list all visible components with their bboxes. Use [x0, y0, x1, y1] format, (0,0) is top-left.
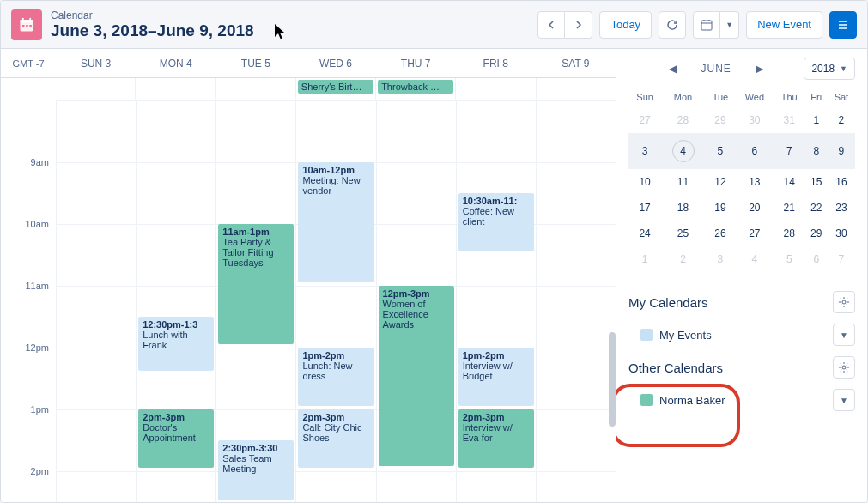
calendar-item-menu-button[interactable]: ▼ [833, 324, 855, 346]
mini-day[interactable]: 2 [828, 107, 855, 133]
mini-day[interactable]: 25 [661, 221, 705, 246]
mini-day[interactable]: 22 [805, 195, 828, 221]
mini-day[interactable]: 24 [628, 221, 661, 246]
calendar-event[interactable]: 1pm-2pmInterview w/ Bridget [458, 348, 534, 406]
allday-event[interactable]: Sherry's Birt… [298, 80, 373, 94]
allday-cell[interactable] [215, 78, 295, 100]
calendar-event[interactable]: 1pm-2pmLunch: New dress [298, 348, 373, 406]
mini-day[interactable]: 30 [736, 107, 774, 133]
day-column[interactable]: 10am-12pmMeeting: New vendor1pm-2pmLunch… [295, 100, 375, 503]
mini-day[interactable]: 6 [805, 246, 828, 272]
mini-day[interactable]: 8 [805, 133, 828, 169]
allday-event[interactable]: Throwback … [378, 80, 453, 94]
side-panel-toggle-button[interactable] [829, 11, 857, 39]
allday-cell[interactable]: Throwback … [375, 78, 455, 100]
mini-day[interactable]: 28 [774, 221, 805, 246]
calendar-event[interactable]: 10am-12pmMeeting: New vendor [298, 162, 373, 282]
refresh-button[interactable] [659, 11, 686, 39]
mini-day[interactable]: 9 [828, 133, 855, 169]
mini-day[interactable]: 2 [661, 246, 705, 272]
mini-day[interactable]: 1 [805, 107, 828, 133]
mini-day[interactable]: 27 [628, 107, 661, 133]
mini-prev-button[interactable]: ◀ [665, 59, 681, 78]
mini-day[interactable]: 31 [774, 107, 805, 133]
calendar-grid[interactable]: 9am10am11am12pm1pm2pm3pm 12:30pm-1:3Lunc… [1, 100, 616, 503]
mini-day[interactable]: 11 [661, 169, 705, 195]
scrollbar[interactable] [609, 332, 616, 427]
other-calendars-settings-button[interactable] [833, 356, 855, 379]
view-button[interactable] [693, 11, 720, 39]
prev-button[interactable] [537, 11, 565, 39]
mini-day[interactable]: 21 [774, 195, 805, 221]
calendar-event[interactable]: 2pm-3pmDoctor's Appointment [138, 409, 214, 468]
mini-day[interactable]: 14 [774, 169, 805, 195]
new-event-button[interactable]: New Event [746, 11, 822, 39]
day-column[interactable] [536, 100, 616, 503]
mini-day[interactable]: 28 [661, 107, 705, 133]
allday-cell[interactable] [135, 78, 215, 100]
mini-day[interactable]: 4 [661, 133, 705, 169]
mini-day[interactable]: 4 [736, 246, 774, 272]
mini-next-button[interactable]: ▶ [752, 59, 768, 78]
day-column[interactable]: 12:30pm-1:3Lunch with Frank2pm-3pmDoctor… [136, 100, 215, 503]
mini-day[interactable]: 1 [628, 246, 661, 272]
mini-day[interactable]: 29 [805, 221, 828, 246]
mini-day[interactable]: 3 [628, 133, 661, 169]
mini-day[interactable]: 17 [628, 195, 661, 221]
allday-cell[interactable]: Sherry's Birt… [295, 78, 375, 100]
mini-day[interactable]: 29 [705, 107, 736, 133]
allday-cell[interactable] [536, 78, 616, 100]
today-button[interactable]: Today [599, 11, 652, 39]
mini-day[interactable]: 19 [705, 195, 736, 221]
calendar-event[interactable]: 11am-1pmTea Party & Tailor Fitting Tuesd… [218, 224, 294, 344]
mini-day[interactable]: 10 [628, 169, 661, 195]
allday-cell[interactable] [455, 78, 535, 100]
day-header[interactable]: SUN 3 [56, 58, 136, 70]
calendar-event[interactable]: 12:30pm-1:3Lunch with Frank [138, 317, 214, 371]
mini-day[interactable]: 6 [736, 133, 774, 169]
mini-day[interactable]: 15 [805, 169, 828, 195]
mini-day[interactable]: 18 [661, 195, 705, 221]
day-header[interactable]: THU 7 [376, 58, 456, 70]
chevron-down-icon: ▼ [840, 64, 847, 73]
day-column[interactable]: 11am-1pmTea Party & Tailor Fitting Tuesd… [215, 100, 295, 503]
calendar-item-menu-button[interactable]: ▼ [833, 389, 855, 411]
calendar-event[interactable]: 10:30am-11:Coffee: New client [458, 193, 534, 252]
calendar-item-my-events[interactable]: My Events ▼ [628, 318, 855, 351]
view-dropdown-button[interactable]: ▼ [720, 11, 739, 39]
mini-calendar[interactable]: SunMonTueWedThuFriSat 272829303112345678… [628, 87, 855, 272]
day-column[interactable]: 12pm-3pmWomen of Excellence Awards [376, 100, 456, 503]
mini-day[interactable]: 12 [705, 169, 736, 195]
calendar-event[interactable]: 2pm-3pmCall: City Chic Shoes [298, 409, 373, 468]
event-title: Call: City Chic Shoes [302, 422, 369, 443]
calendar-event[interactable]: 12pm-3pmWomen of Excellence Awards [379, 286, 454, 466]
mini-day[interactable]: 3 [705, 246, 736, 272]
day-header[interactable]: TUE 5 [215, 58, 295, 70]
mini-day[interactable]: 5 [705, 133, 736, 169]
sidebar: ◀ JUNE ▶ 2018 ▼ SunMonTueWedThuFriSat 27… [616, 49, 867, 503]
mini-day[interactable]: 20 [736, 195, 774, 221]
my-calendars-settings-button[interactable] [833, 291, 855, 313]
day-header[interactable]: FRI 8 [456, 58, 536, 70]
calendar-item-norma-baker[interactable]: Norma Baker ▼ [628, 384, 855, 416]
mini-day[interactable]: 23 [828, 195, 855, 221]
day-column[interactable] [56, 100, 136, 503]
mini-day[interactable]: 13 [736, 169, 774, 195]
day-column[interactable]: 10:30am-11:Coffee: New client1pm-2pmInte… [456, 100, 536, 503]
mini-month-label: JUNE [701, 63, 731, 75]
year-select[interactable]: 2018 ▼ [804, 58, 855, 80]
mini-day[interactable]: 26 [705, 221, 736, 246]
mini-day[interactable]: 7 [774, 133, 805, 169]
mini-day[interactable]: 16 [828, 169, 855, 195]
day-header[interactable]: MON 4 [136, 58, 215, 70]
mini-day[interactable]: 7 [828, 246, 855, 272]
mini-day[interactable]: 5 [774, 246, 805, 272]
next-button[interactable] [565, 11, 592, 39]
calendar-event[interactable]: 2:30pm-3:30Sales Team Meeting [218, 440, 294, 500]
calendar-event[interactable]: 2pm-3pmInterview w/ Eva for [458, 409, 534, 468]
day-header[interactable]: SAT 9 [536, 58, 616, 70]
day-header[interactable]: WED 6 [295, 58, 375, 70]
allday-cell[interactable] [56, 78, 135, 100]
mini-day[interactable]: 30 [828, 221, 855, 246]
mini-day[interactable]: 27 [736, 221, 774, 246]
